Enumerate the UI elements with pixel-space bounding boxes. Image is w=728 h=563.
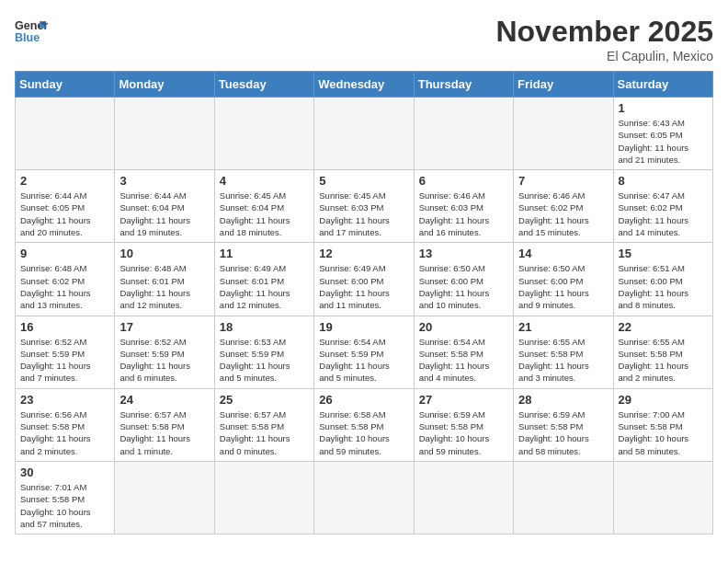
day-number: 5 [319,174,408,188]
day-number: 30 [20,465,109,479]
day-number: 13 [419,247,508,260]
svg-text:Blue: Blue [15,31,40,44]
day-info: Sunrise: 6:59 AM Sunset: 5:58 PM Dayligh… [518,408,608,457]
day-number: 22 [619,320,708,334]
day-number: 16 [20,320,109,334]
calendar-day-cell [314,461,414,534]
calendar-day-cell: 26Sunrise: 6:58 AM Sunset: 5:58 PM Dayli… [314,388,414,461]
calendar-day-cell: 14Sunrise: 6:50 AM Sunset: 6:00 PM Dayli… [514,243,613,316]
calendar-day-cell: 27Sunrise: 6:59 AM Sunset: 5:58 PM Dayli… [414,388,513,461]
day-info: Sunrise: 6:48 AM Sunset: 6:02 PM Dayligh… [20,262,109,311]
day-number: 17 [119,320,209,334]
calendar-day-cell: 17Sunrise: 6:52 AM Sunset: 5:59 PM Dayli… [115,316,214,388]
day-info: Sunrise: 6:56 AM Sunset: 5:58 PM Dayligh… [20,408,109,457]
weekday-header: Friday [514,72,613,98]
day-info: Sunrise: 6:45 AM Sunset: 6:03 PM Dayligh… [319,190,408,238]
calendar-week-row: 2Sunrise: 6:44 AM Sunset: 6:05 PM Daylig… [16,170,713,243]
day-info: Sunrise: 6:47 AM Sunset: 6:02 PM Dayligh… [619,190,708,238]
calendar-day-cell [314,98,414,170]
weekday-header: Saturday [613,72,712,98]
day-info: Sunrise: 6:52 AM Sunset: 5:59 PM Dayligh… [119,336,209,385]
calendar-day-cell [414,98,513,170]
day-info: Sunrise: 6:57 AM Sunset: 5:58 PM Dayligh… [220,408,309,457]
calendar-day-cell: 30Sunrise: 7:01 AM Sunset: 5:58 PM Dayli… [16,461,115,534]
calendar-day-cell [214,98,313,170]
calendar-week-row: 9Sunrise: 6:48 AM Sunset: 6:02 PM Daylig… [16,243,713,316]
logo: General Blue [15,15,48,48]
calendar-day-cell: 25Sunrise: 6:57 AM Sunset: 5:58 PM Dayli… [214,388,313,461]
calendar-day-cell: 10Sunrise: 6:48 AM Sunset: 6:01 PM Dayli… [115,243,214,316]
calendar-week-row: 23Sunrise: 6:56 AM Sunset: 5:58 PM Dayli… [16,388,713,461]
day-number: 27 [419,393,508,407]
calendar-table: SundayMondayTuesdayWednesdayThursdayFrid… [15,71,713,534]
day-info: Sunrise: 6:50 AM Sunset: 6:00 PM Dayligh… [419,262,508,311]
day-info: Sunrise: 6:49 AM Sunset: 6:00 PM Dayligh… [319,262,408,311]
calendar-day-cell: 21Sunrise: 6:55 AM Sunset: 5:58 PM Dayli… [514,316,613,388]
weekday-header: Tuesday [214,72,313,98]
day-info: Sunrise: 6:55 AM Sunset: 5:58 PM Dayligh… [518,336,608,385]
title-block: November 2025 El Capulin, Mexico [495,15,713,63]
location: El Capulin, Mexico [495,49,713,63]
calendar-day-cell: 18Sunrise: 6:53 AM Sunset: 5:59 PM Dayli… [214,316,313,388]
day-number: 20 [419,320,508,334]
weekday-header: Wednesday [314,72,414,98]
day-info: Sunrise: 6:44 AM Sunset: 6:05 PM Dayligh… [20,190,109,238]
day-number: 9 [20,247,109,260]
day-number: 4 [220,174,309,188]
day-number: 15 [619,247,708,260]
day-info: Sunrise: 6:55 AM Sunset: 5:58 PM Dayligh… [619,336,708,385]
day-info: Sunrise: 6:50 AM Sunset: 6:00 PM Dayligh… [518,262,608,311]
day-number: 21 [518,320,608,334]
calendar-day-cell: 12Sunrise: 6:49 AM Sunset: 6:00 PM Dayli… [314,243,414,316]
day-number: 26 [319,393,408,407]
page-header: General Blue November 2025 El Capulin, M… [15,15,713,63]
day-info: Sunrise: 6:58 AM Sunset: 5:58 PM Dayligh… [319,408,408,457]
day-info: Sunrise: 6:53 AM Sunset: 5:59 PM Dayligh… [220,336,309,385]
calendar-week-row: 30Sunrise: 7:01 AM Sunset: 5:58 PM Dayli… [16,461,713,534]
day-number: 2 [20,174,109,188]
day-number: 18 [220,320,309,334]
day-info: Sunrise: 7:00 AM Sunset: 5:58 PM Dayligh… [619,408,708,457]
day-info: Sunrise: 6:43 AM Sunset: 6:05 PM Dayligh… [619,117,708,166]
day-number: 29 [619,393,708,407]
day-number: 23 [20,393,109,407]
day-info: Sunrise: 6:59 AM Sunset: 5:58 PM Dayligh… [419,408,508,457]
calendar-day-cell: 4Sunrise: 6:45 AM Sunset: 6:04 PM Daylig… [214,170,313,243]
calendar-day-cell [414,461,513,534]
calendar-day-cell [514,98,613,170]
calendar-day-cell: 8Sunrise: 6:47 AM Sunset: 6:02 PM Daylig… [613,170,712,243]
day-info: Sunrise: 6:46 AM Sunset: 6:03 PM Dayligh… [419,190,508,238]
calendar-day-cell [514,461,613,534]
day-number: 24 [119,393,209,407]
calendar-day-cell: 24Sunrise: 6:57 AM Sunset: 5:58 PM Dayli… [115,388,214,461]
day-info: Sunrise: 6:52 AM Sunset: 5:59 PM Dayligh… [20,336,109,385]
day-info: Sunrise: 6:49 AM Sunset: 6:01 PM Dayligh… [220,262,309,311]
month-title: November 2025 [495,15,713,49]
calendar-day-cell [115,98,214,170]
day-number: 12 [319,247,408,260]
day-number: 3 [119,174,209,188]
weekday-header: Thursday [414,72,513,98]
calendar-day-cell: 11Sunrise: 6:49 AM Sunset: 6:01 PM Dayli… [214,243,313,316]
day-number: 7 [518,174,608,188]
calendar-week-row: 1Sunrise: 6:43 AM Sunset: 6:05 PM Daylig… [16,98,713,170]
calendar-day-cell: 28Sunrise: 6:59 AM Sunset: 5:58 PM Dayli… [514,388,613,461]
calendar-day-cell: 13Sunrise: 6:50 AM Sunset: 6:00 PM Dayli… [414,243,513,316]
calendar-day-cell: 2Sunrise: 6:44 AM Sunset: 6:05 PM Daylig… [16,170,115,243]
day-info: Sunrise: 6:44 AM Sunset: 6:04 PM Dayligh… [119,190,209,238]
calendar-day-cell: 20Sunrise: 6:54 AM Sunset: 5:58 PM Dayli… [414,316,513,388]
calendar-day-cell [214,461,313,534]
day-number: 8 [619,174,708,188]
day-info: Sunrise: 6:54 AM Sunset: 5:58 PM Dayligh… [419,336,508,385]
calendar-day-cell: 5Sunrise: 6:45 AM Sunset: 6:03 PM Daylig… [314,170,414,243]
day-number: 6 [419,174,508,188]
day-number: 14 [518,247,608,260]
logo-icon: General Blue [15,15,48,48]
calendar-day-cell: 6Sunrise: 6:46 AM Sunset: 6:03 PM Daylig… [414,170,513,243]
day-number: 25 [220,393,309,407]
day-info: Sunrise: 6:51 AM Sunset: 6:00 PM Dayligh… [619,262,708,311]
calendar-day-cell: 15Sunrise: 6:51 AM Sunset: 6:00 PM Dayli… [613,243,712,316]
weekday-header: Sunday [16,72,115,98]
day-number: 10 [119,247,209,260]
day-info: Sunrise: 7:01 AM Sunset: 5:58 PM Dayligh… [20,481,109,530]
